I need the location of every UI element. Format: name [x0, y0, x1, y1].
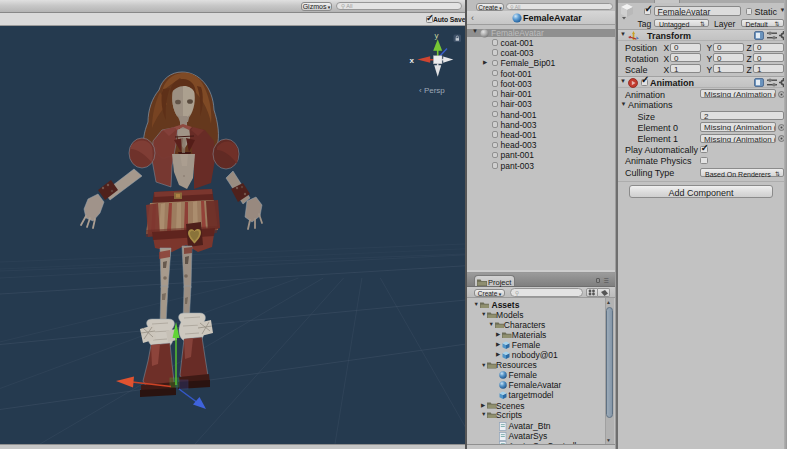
svg-text:y: y — [435, 31, 439, 40]
svg-text:‹ Persp: ‹ Persp — [419, 86, 445, 95]
svg-text:x: x — [410, 56, 415, 65]
